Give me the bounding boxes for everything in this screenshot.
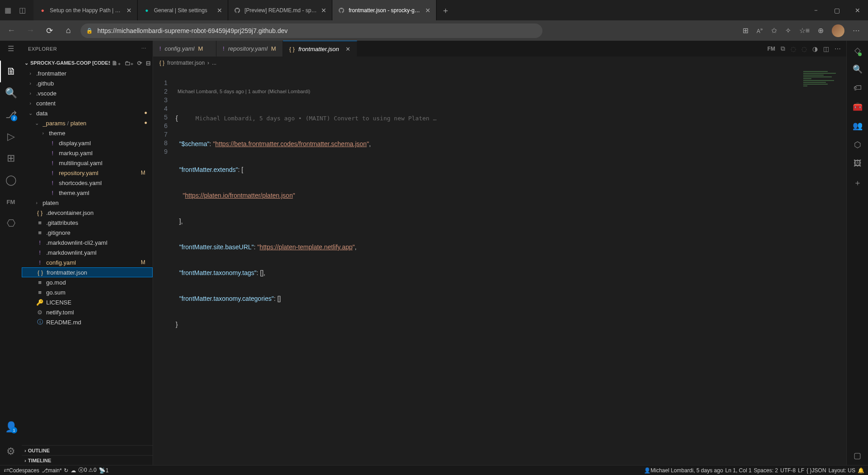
- editor-tab[interactable]: { }frontmatter.json✕: [283, 41, 357, 57]
- workspaces-icon[interactable]: ◫: [18, 6, 26, 14]
- frontmatter-activity[interactable]: FM: [0, 191, 22, 213]
- close-tab-icon[interactable]: ✕: [126, 7, 132, 14]
- file-item[interactable]: !shortcodes.yaml: [22, 178, 153, 188]
- github-activity[interactable]: ◯: [0, 169, 22, 191]
- timeline-section[interactable]: › TIMELINE: [22, 455, 153, 465]
- close-window-button[interactable]: ✕: [847, 0, 868, 20]
- read-aloud-icon[interactable]: A»: [757, 27, 763, 34]
- breadcrumbs[interactable]: { } frontmatter.json › ...: [153, 57, 846, 69]
- editor-tab[interactable]: !config.yamlM: [153, 41, 216, 57]
- home-button[interactable]: ⌂: [62, 24, 75, 38]
- folder-item[interactable]: ›.frontmatter: [22, 68, 153, 78]
- run-debug-activity[interactable]: ▷: [0, 126, 22, 147]
- new-folder-icon[interactable]: 🗀₊: [125, 60, 134, 66]
- back-button[interactable]: ←: [5, 24, 18, 38]
- remote-indicator[interactable]: ⮂Codespaces: [4, 467, 39, 474]
- sidebar-more-icon[interactable]: ⋯: [141, 46, 147, 52]
- favorites-list-icon[interactable]: ☆≡: [799, 26, 810, 35]
- source-control-activity[interactable]: ⎇2: [0, 104, 22, 126]
- extensions-activity[interactable]: ⊞: [0, 147, 22, 169]
- editor-tab[interactable]: !repository.yamlM: [216, 41, 283, 57]
- panel-toggle-icon[interactable]: ▢: [854, 451, 861, 461]
- language-mode[interactable]: { }JSON: [806, 467, 826, 474]
- settings-activity[interactable]: ⚙: [0, 441, 22, 462]
- outline-section[interactable]: › OUTLINE: [22, 445, 153, 455]
- close-tab-icon[interactable]: ✕: [425, 7, 431, 14]
- image-icon[interactable]: 🖼: [854, 159, 862, 168]
- browser-tab[interactable]: frontmatter.json - sprocky-game✕: [332, 0, 436, 20]
- add-panel-icon[interactable]: ＋: [854, 177, 862, 188]
- folder-item[interactable]: ›.github: [22, 78, 153, 88]
- file-item[interactable]: !.markdownlint.yaml: [22, 247, 153, 257]
- encoding[interactable]: UTF-8: [780, 467, 796, 474]
- hex-icon[interactable]: ⬡: [854, 140, 861, 150]
- file-item[interactable]: ≡.gitattributes: [22, 218, 153, 228]
- browser-tab[interactable]: ●General | Site settings✕: [138, 0, 228, 20]
- favorite-icon[interactable]: ✩: [771, 26, 777, 35]
- collections-icon[interactable]: ⊕: [818, 26, 824, 35]
- codespaces-activity[interactable]: ⎔: [0, 213, 22, 234]
- cloud-indicator[interactable]: ☁: [71, 467, 76, 474]
- minimize-button[interactable]: －: [806, 0, 826, 20]
- close-tab-icon[interactable]: ✕: [321, 7, 326, 14]
- tag-icon[interactable]: 🏷: [854, 83, 862, 93]
- explorer-activity[interactable]: 🗎: [0, 61, 22, 82]
- file-item[interactable]: !display.yaml: [22, 138, 153, 148]
- new-file-icon[interactable]: 🗎₊: [112, 60, 121, 66]
- prev-change-icon[interactable]: ◌: [791, 45, 796, 52]
- folder-item[interactable]: ›platen: [22, 198, 153, 208]
- hamburger-menu[interactable]: ☰: [0, 41, 22, 57]
- cursor-position[interactable]: Ln 1, Col 1: [725, 467, 752, 474]
- sync-indicator[interactable]: ↻: [64, 467, 68, 474]
- blame-indicator[interactable]: 👤Michael Lombardi, 5 days ago: [644, 467, 723, 474]
- codespaces-status-icon[interactable]: ◇: [854, 45, 861, 55]
- file-item[interactable]: !multilingual.yaml: [22, 158, 153, 168]
- ports-indicator[interactable]: 📡1: [99, 467, 109, 474]
- close-tab-icon[interactable]: ✕: [217, 7, 222, 14]
- folder-item[interactable]: ›theme: [22, 128, 153, 138]
- split-editor-icon[interactable]: ◫: [823, 45, 829, 52]
- close-tab-icon[interactable]: ✕: [345, 46, 350, 52]
- branch-indicator[interactable]: ⎇main*: [42, 467, 62, 474]
- project-header[interactable]: ⌄ SPROCKY-GAMES-COOP [CODES... 🗎₊ 🗀₊ ⟳ ⊟: [22, 57, 153, 68]
- accounts-activity[interactable]: 👤1: [0, 416, 22, 438]
- collapse-icon[interactable]: ⊟: [146, 60, 151, 66]
- browser-tab[interactable]: ●Setup on the Happy Path | Platen✕: [34, 0, 138, 20]
- file-item[interactable]: { }frontmatter.json: [22, 267, 153, 277]
- maximize-button[interactable]: ▢: [826, 0, 847, 20]
- file-item[interactable]: !config.yamlM: [22, 257, 153, 267]
- editor-more-icon[interactable]: ⋯: [834, 45, 841, 52]
- file-item[interactable]: { }.devcontainer.json: [22, 208, 153, 218]
- extensions-icon[interactable]: ✧: [785, 26, 791, 35]
- code-area[interactable]: 123456789 Michael Lombardi, 5 days ago |…: [153, 69, 846, 465]
- minimap[interactable]: [801, 69, 846, 465]
- file-item[interactable]: 🔑LICENSE: [22, 297, 153, 307]
- folder-item[interactable]: ›.vscode: [22, 88, 153, 98]
- search-panel-icon[interactable]: 🔍: [853, 64, 863, 74]
- file-item[interactable]: !theme.yaml: [22, 188, 153, 198]
- notifications-icon[interactable]: 🔔: [858, 467, 864, 474]
- refresh-button[interactable]: ⟳: [43, 24, 56, 38]
- file-item[interactable]: ≡.gitignore: [22, 228, 153, 238]
- compare-icon[interactable]: ⧉: [781, 45, 785, 52]
- browser-tab[interactable]: [Preview] README.md - sprocky✕: [228, 0, 332, 20]
- profile-avatar[interactable]: [832, 24, 844, 37]
- folder-item[interactable]: ›content: [22, 98, 153, 108]
- folder-item[interactable]: ⌄data•: [22, 108, 153, 118]
- people-icon[interactable]: 👥: [853, 121, 863, 131]
- more-icon[interactable]: ⋯: [853, 26, 860, 35]
- app-menu-icon[interactable]: ▦: [4, 6, 12, 14]
- next-change-icon[interactable]: ◌: [801, 45, 807, 52]
- address-bar[interactable]: 🔒 https://michaellombardi-supreme-robot-…: [81, 24, 542, 38]
- folder-item[interactable]: ⌄_params / platen•: [22, 118, 153, 128]
- file-item[interactable]: !repository.yamlM: [22, 168, 153, 178]
- screenshot-icon[interactable]: ⊞: [743, 26, 748, 35]
- code-content[interactable]: Michael Lombardi, 5 days ago | 1 author …: [176, 69, 846, 465]
- problems-indicator[interactable]: ⓧ0 ⚠0: [78, 466, 96, 474]
- refresh-icon[interactable]: ⟳: [137, 60, 142, 66]
- file-item[interactable]: ≡go.sum: [22, 287, 153, 297]
- file-item[interactable]: ⓘREADME.md: [22, 317, 153, 327]
- file-item[interactable]: !.markdownlint-cli2.yaml: [22, 238, 153, 247]
- search-activity[interactable]: 🔍: [0, 82, 22, 104]
- new-tab-button[interactable]: ＋: [436, 5, 455, 16]
